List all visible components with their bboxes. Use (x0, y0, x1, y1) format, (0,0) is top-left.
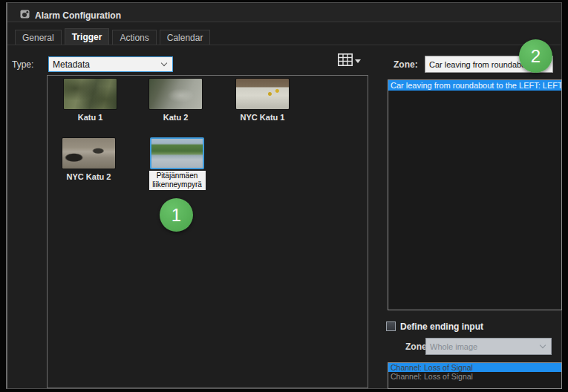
ending-event-list: Channel: Loss of Signal Channel: Loss of… (388, 362, 562, 389)
grid-view-button[interactable] (338, 52, 363, 70)
screen: Alarm Configuration General Trigger Acti… (0, 0, 568, 392)
camera-thumbnail (63, 78, 117, 110)
ending-zone-dropdown-disabled[interactable]: Whole image (425, 338, 552, 355)
annotation-step-1-badge: 1 (160, 198, 193, 232)
camera-thumbnail (235, 78, 290, 110)
camera-item-nyc-katu-2[interactable]: NYC Katu 2 (62, 137, 116, 169)
grid-view-table-icon (338, 53, 353, 69)
zone-label: Zone: (394, 59, 418, 70)
type-dropdown-value: Metadata (53, 59, 90, 70)
camera-list-box (47, 75, 368, 388)
ending-event-list-item-selected[interactable]: Channel: Loss of Signal (388, 363, 561, 372)
tab-trigger[interactable]: Trigger (65, 28, 110, 45)
camera-name: Katu 2 (163, 113, 189, 122)
tab-general[interactable]: General (15, 30, 62, 45)
camera-item-pitajanmaen-selected[interactable]: Pitäjänmäen liikenneympyrä (150, 137, 204, 169)
camera-thumbnail-selected (150, 137, 204, 169)
camera-thumbnail (62, 137, 116, 169)
title-bar: Alarm Configuration (7, 3, 561, 22)
type-dropdown[interactable]: Metadata (48, 56, 173, 72)
tab-actions[interactable]: Actions (112, 30, 156, 45)
zone-event-list-item-selected[interactable]: Car leaving from roundabout to the LEFT:… (388, 80, 561, 91)
camera-item-katu-2[interactable]: Katu 2 (148, 78, 203, 110)
camera-thumbnail (148, 78, 203, 110)
tab-divider (7, 45, 561, 45)
grid-view-caret-icon (355, 59, 361, 63)
alarm-config-icon (20, 9, 30, 22)
define-ending-input-checkbox[interactable] (386, 321, 396, 331)
chevron-down-icon (161, 59, 167, 65)
zone-dropdown-value: Car leaving from roundabout (429, 60, 532, 69)
window-title: Alarm Configuration (35, 10, 121, 21)
tab-calendar[interactable]: Calendar (160, 30, 211, 45)
camera-item-katu-1[interactable]: Katu 1 (63, 78, 117, 110)
chevron-down-icon (540, 342, 546, 347)
camera-name: NYC Katu 2 (67, 172, 111, 181)
camera-name: Katu 1 (78, 113, 103, 122)
annotation-step-2-badge: 2 (519, 39, 552, 73)
ending-zone-dropdown-value: Whole image (430, 342, 477, 351)
ending-event-list-item[interactable]: Channel: Loss of Signal (388, 372, 561, 381)
camera-name: NYC Katu 1 (241, 113, 285, 122)
camera-item-nyc-katu-1[interactable]: NYC Katu 1 (235, 78, 290, 110)
camera-name: Pitäjänmäen liikenneympyrä (149, 171, 206, 190)
zone-event-list: Car leaving from roundabout to the LEFT:… (388, 79, 562, 310)
define-ending-input-label[interactable]: Define ending input (400, 321, 483, 332)
type-label: Type: (12, 59, 33, 70)
tab-bar: General Trigger Actions Calendar (15, 28, 210, 45)
